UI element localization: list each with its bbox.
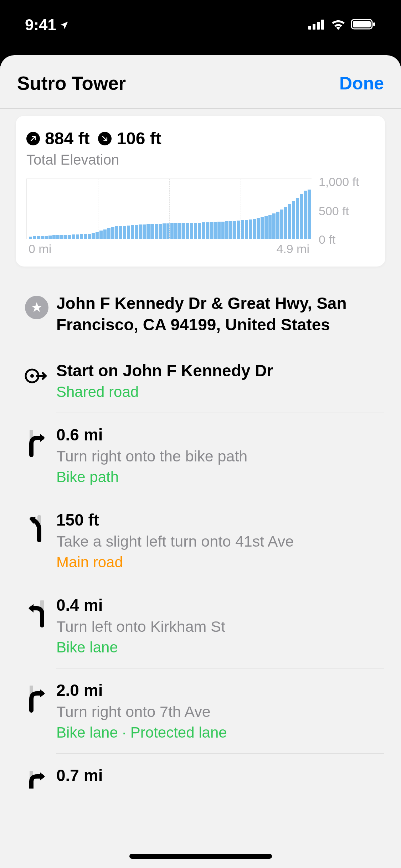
step-road-type: Shared road [56,383,367,401]
battery-icon [351,19,376,31]
chart-bar [37,236,40,239]
step-distance: 0.7 mi [56,766,367,785]
direction-step[interactable]: 0.6 miTurn right onto the bike pathBike … [0,413,401,498]
home-indicator[interactable] [129,854,272,859]
step-instruction: Take a slight left turn onto 41st Ave [56,532,367,552]
step-distance: 150 ft [56,510,367,529]
direction-step[interactable]: 150 ftTake a slight left turn onto 41st … [0,498,401,583]
chart-bar [159,224,162,239]
chart-bar [76,234,79,239]
chart-bar [135,225,138,239]
chart-bar [214,222,217,239]
chart-bar [41,236,44,239]
chart-bar [155,224,158,239]
chart-bar [225,221,228,239]
start-icon [17,360,56,387]
chart-bar [33,236,36,239]
chart-bar [92,233,95,239]
chart-bar [300,194,303,239]
arrow-down-icon [98,132,112,145]
step-instruction: Turn right onto the bike path [56,446,367,466]
status-bar: 9:41 [0,0,401,50]
y-tick-0: 0 ft [319,233,335,247]
elevation-subtitle: Total Elevation [26,152,375,168]
chart-bar [264,216,268,239]
chart-bar [268,215,272,239]
turn-left-icon [17,595,56,629]
chart-bar [174,223,178,239]
svg-rect-3 [321,20,324,30]
chart-bar [72,234,75,239]
step-distance: 0.6 mi [56,425,367,444]
chart-bar [217,222,221,239]
status-time: 9:41 [25,16,69,34]
step-distance: 2.0 mi [56,681,367,700]
done-button[interactable]: Done [339,73,384,94]
step-body: 150 ftTake a slight left turn onto 41st … [56,510,384,583]
chart-bar [221,222,225,239]
directions-list[interactable]: John F Kennedy Dr & Great Hwy, San Franc… [0,281,401,799]
svg-rect-1 [313,24,315,30]
direction-step[interactable]: 2.0 miTurn right onto 7th AveBike lane ·… [0,668,401,754]
chart-bar [194,223,197,239]
direction-step[interactable]: Start on John F Kennedy DrShared road [0,348,401,413]
chart-bar [107,228,110,239]
chart-bar [233,221,236,239]
chart-bar [257,218,260,239]
directions-panel: Sutro Tower Done 884 ft 106 ft Total Ele… [0,55,401,868]
chart-bar [45,236,48,239]
partial-icon [17,766,56,789]
elevation-loss: 106 ft [98,129,161,148]
chart-bar [272,213,276,239]
chart-bar [84,234,87,239]
elevation-loss-value: 106 ft [117,129,161,148]
direction-step[interactable]: John F Kennedy Dr & Great Hwy, San Franc… [0,281,401,348]
chart-bar [261,217,264,239]
chart-bar [127,226,130,239]
panel-title: Sutro Tower [17,72,126,94]
chart-bar [131,225,134,239]
cellular-icon [308,19,325,31]
step-road-type: Bike path [56,469,367,486]
chart-bar [296,198,299,239]
arrow-up-icon [26,132,40,145]
chart-bar [304,191,307,239]
elevation-gain: 884 ft [26,129,89,148]
chart-bar [99,231,103,239]
chart-bar [115,226,118,239]
chart-bar [146,224,150,239]
chart-bar [284,207,287,239]
chart-bar [237,221,240,239]
status-time-text: 9:41 [25,16,56,34]
chart-bar [292,201,295,239]
step-body: 2.0 miTurn right onto 7th AveBike lane ·… [56,681,384,754]
step-body: 0.7 mi [56,766,384,799]
turn-right-icon [17,425,56,459]
step-body: 0.4 miTurn left onto Kirkham StBike lane [56,595,384,668]
step-body: John F Kennedy Dr & Great Hwy, San Franc… [56,293,384,348]
chart-bar [139,224,142,239]
chart-bar [276,212,279,239]
direction-step[interactable]: 0.4 miTurn left onto Kirkham StBike lane [0,583,401,668]
chart-bar [29,237,32,239]
step-instruction: Turn left onto Kirkham St [56,617,367,637]
elevation-gain-value: 884 ft [45,129,89,148]
elevation-summary: 884 ft 106 ft [26,129,375,148]
status-icons [308,19,376,31]
chart-bar [206,222,209,239]
chart-bar [280,210,283,239]
chart-bar [170,223,174,239]
chart-bar [202,222,205,239]
direction-step[interactable]: 0.7 mi [0,754,401,799]
turn-right-icon [17,681,56,714]
chart-bar [288,204,291,239]
elevation-card: 884 ft 106 ft Total Elevation 1,000 ft 5… [16,116,385,267]
x-tick-end: 4.9 mi [276,242,309,256]
chart-bar [245,220,248,239]
chart-bar [249,219,252,239]
chart-bar [143,224,146,239]
step-body: 0.6 miTurn right onto the bike pathBike … [56,425,384,498]
chart-bar [52,235,56,239]
step-road-type: Bike lane [56,639,367,656]
chart-bar [64,235,67,239]
